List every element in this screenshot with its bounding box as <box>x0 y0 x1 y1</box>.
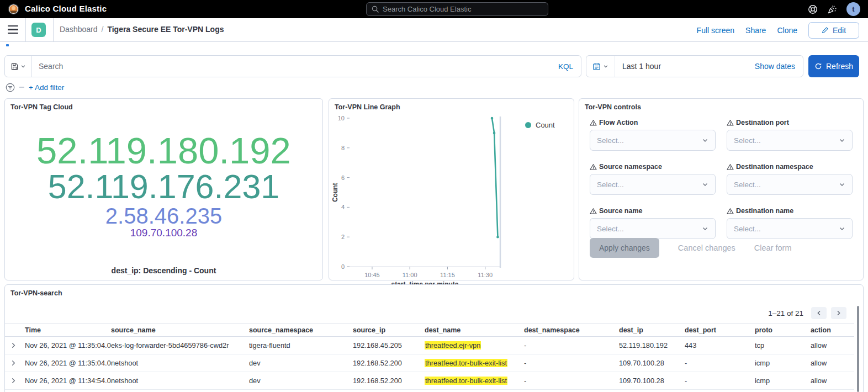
hamburger-menu-icon[interactable] <box>8 25 18 34</box>
pagination-prev-button[interactable] <box>811 307 827 319</box>
panel-title[interactable]: Tor-VPN controls <box>585 103 641 111</box>
divider <box>53 18 54 41</box>
control-label: Destination name <box>727 207 853 215</box>
line-chart[interactable]: 024681010:4511:0011:1511:30Countstart_ti… <box>332 113 574 288</box>
query-input-placeholder: Search <box>31 62 558 71</box>
tag-52-119-176-231[interactable]: 52.119.176.231 <box>48 169 280 204</box>
column-header-action[interactable]: action <box>811 326 854 334</box>
table-row[interactable]: Nov 26, 2021 @ 11:35:04.000 eks-log-forw… <box>5 337 854 354</box>
control-field-destination-name: Destination name Select... <box>727 207 853 239</box>
table-scrollbar[interactable] <box>857 306 859 392</box>
clone-button[interactable]: Clone <box>777 26 797 35</box>
add-filter-button[interactable]: + Add filter <box>29 83 64 92</box>
panel-title[interactable]: Tor-VPN Tag Cloud <box>10 103 73 111</box>
cell-source-ip: 192.168.52.200 <box>353 377 425 385</box>
chevron-down-icon <box>702 181 708 188</box>
cell-dest-port: - <box>685 377 755 385</box>
warning-icon <box>590 163 597 171</box>
svg-text:10:45: 10:45 <box>364 272 380 278</box>
cell-source-ip: 192.168.52.200 <box>353 359 425 367</box>
svg-text:Count: Count <box>332 183 339 202</box>
chevron-down-icon <box>603 63 608 69</box>
svg-text:6: 6 <box>341 174 345 181</box>
show-dates-button[interactable]: Show dates <box>755 62 803 71</box>
column-header-source-namespace[interactable]: source_namespace <box>249 326 353 334</box>
panel-title[interactable]: Tor-VPN Line Graph <box>335 103 400 111</box>
date-quick-select-button[interactable] <box>586 56 615 77</box>
control-select-flow-action[interactable]: Select... <box>590 130 716 151</box>
share-button[interactable]: Share <box>745 26 766 35</box>
space-badge[interactable]: D <box>31 23 46 37</box>
refresh-icon <box>814 62 822 70</box>
table-row[interactable]: Nov 26, 2021 @ 11:35:04.000 netshoot dev… <box>5 354 854 372</box>
full-screen-button[interactable]: Full screen <box>697 26 734 35</box>
cell-source-namespace: dev <box>249 359 353 367</box>
kql-language-button[interactable]: KQL <box>558 62 581 71</box>
chart-legend[interactable]: Count <box>525 121 555 129</box>
pagination-next-button[interactable] <box>831 307 846 319</box>
time-range-value[interactable]: Last 1 hour <box>615 62 755 71</box>
control-select-source-namespace[interactable]: Select... <box>590 174 716 195</box>
column-header-source-ip[interactable]: source_ip <box>353 326 425 334</box>
control-select-destination-namespace[interactable]: Select... <box>727 174 853 195</box>
warning-icon <box>590 119 597 126</box>
refresh-button[interactable]: Refresh <box>808 55 859 77</box>
control-select-destination-name[interactable]: Select... <box>727 218 853 239</box>
cell-action: allow <box>811 359 854 367</box>
panel-title[interactable]: Tor-VPN-search <box>10 289 62 297</box>
column-header-dest-port[interactable]: dest_port <box>685 326 755 334</box>
tag-cloud-panel: Tor-VPN Tag Cloud 52.119.180.19252.119.1… <box>4 98 323 280</box>
tag-cloud: 52.119.180.19252.119.176.2312.58.46.2351… <box>10 114 317 256</box>
column-header-dest-ip[interactable]: dest_ip <box>619 326 685 334</box>
control-select-destination-port[interactable]: Select... <box>727 130 853 151</box>
party-popper-news-icon[interactable] <box>827 4 837 14</box>
control-field-source-name: Source name Select... <box>590 207 716 239</box>
expand-row-button[interactable] <box>10 378 25 384</box>
column-header-dest-name[interactable]: dest_name <box>425 326 524 334</box>
svg-text:0: 0 <box>341 263 345 270</box>
table-row[interactable]: Nov 26, 2021 @ 11:34:54.000 netshoot dev… <box>5 372 854 390</box>
global-search-placeholder: Search Calico Cloud Elastic <box>383 5 471 13</box>
svg-text:8: 8 <box>341 145 345 151</box>
control-label: Destination port <box>727 119 853 126</box>
date-picker[interactable]: Last 1 hour Show dates <box>586 55 803 77</box>
expand-row-icon <box>10 342 17 348</box>
control-label: Source namespace <box>590 163 716 171</box>
svg-text:4: 4 <box>341 204 345 210</box>
legend-count-label: Count <box>536 121 555 129</box>
cell-source-name: netshoot <box>111 359 249 367</box>
help-icon[interactable] <box>808 4 818 14</box>
tag-109-70-100-28[interactable]: 109.70.100.28 <box>130 227 198 239</box>
expand-row-button[interactable] <box>10 360 25 366</box>
user-avatar[interactable]: t <box>846 2 860 16</box>
expand-row-button[interactable] <box>10 342 25 348</box>
calico-cloud-logo-icon[interactable] <box>8 3 19 15</box>
column-header-dest-namespace[interactable]: dest_namespace <box>524 326 619 334</box>
svg-text:2: 2 <box>341 234 345 240</box>
pencil-icon <box>822 27 829 34</box>
cell-dest-namespace: - <box>524 377 619 385</box>
filter-icon[interactable] <box>6 83 15 92</box>
warning-icon <box>727 119 734 126</box>
breadcrumb-dashboard-link[interactable]: Dashboard <box>60 25 98 34</box>
column-header-source-name[interactable]: source_name <box>111 326 249 334</box>
chevron-down-icon <box>20 63 26 69</box>
search-table-panel: Tor-VPN-search 1–21 of 21 Timesource_nam… <box>4 284 864 392</box>
cell-dest-name: threatfeed.ejr-vpn <box>425 341 524 349</box>
column-header-proto[interactable]: proto <box>755 326 811 334</box>
edit-button[interactable]: Edit <box>808 22 859 39</box>
control-select-source-name[interactable]: Select... <box>590 218 716 239</box>
clear-form-button[interactable]: Clear form <box>754 243 792 252</box>
cell-action: allow <box>811 341 854 349</box>
tag-2-58-46-235[interactable]: 2.58.46.235 <box>105 205 222 228</box>
cancel-changes-button[interactable]: Cancel changes <box>678 243 735 252</box>
warning-icon <box>590 208 597 215</box>
kql-search-input[interactable]: Search KQL <box>4 55 581 77</box>
column-header-time[interactable]: Time <box>25 326 111 334</box>
scroll-indicator <box>6 44 9 46</box>
cell-source-namespace: tigera-fluentd <box>249 341 353 349</box>
global-search-input[interactable]: Search Calico Cloud Elastic <box>366 2 548 16</box>
apply-changes-button[interactable]: Apply changes <box>590 238 659 258</box>
tag-52-119-180-192[interactable]: 52.119.180.192 <box>36 131 291 170</box>
saved-query-menu-button[interactable] <box>5 56 31 77</box>
